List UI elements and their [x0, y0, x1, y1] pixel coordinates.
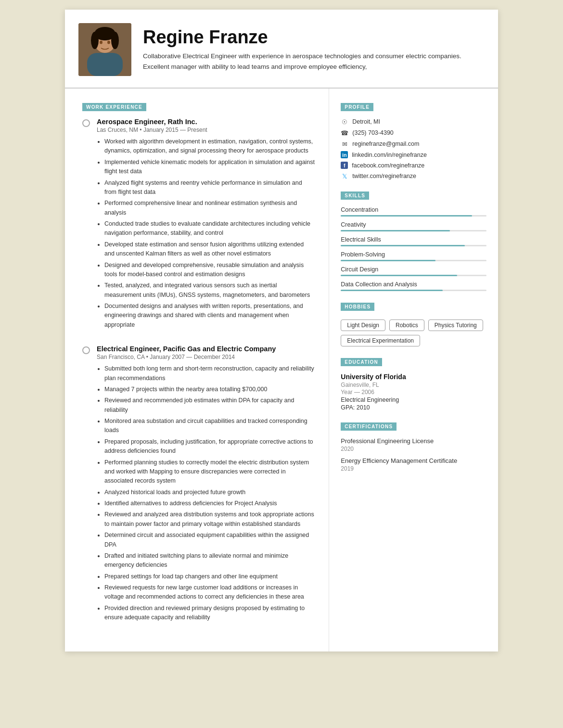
bullet: Tested, analyzed, and integrated various… [104, 281, 315, 300]
bullet: Reviewed requests for new large customer… [104, 583, 315, 602]
bullet: Analyzed flight systems and reentry vehi… [104, 179, 315, 197]
edu-location: Gainesville, FL [341, 382, 486, 388]
email-icon: ✉ [341, 140, 348, 148]
edu-gpa: GPA: 2010 [341, 404, 486, 411]
skill-bar-fill-6 [341, 290, 443, 291]
avatar [78, 23, 131, 76]
skill-bar-bg-4 [341, 260, 486, 261]
bullet: Reviewed and analyzed area distribution … [104, 510, 315, 529]
skill-bar-fill-4 [341, 260, 435, 261]
skill-name-2: Creativity [341, 221, 486, 228]
skill-name-6: Data Collection and Analysis [341, 281, 486, 288]
header-text-block: Regine Franze Collaborative Electrical E… [143, 27, 481, 72]
bullet: Prepared settings for load tap changers … [104, 572, 315, 581]
hobby-tag-1: Light Design [341, 319, 385, 331]
svg-point-3 [91, 32, 99, 49]
hobby-tag-3: Physics Tutoring [428, 319, 483, 331]
job-content-1: Aerospace Engineer, Rath Inc. Las Cruces… [97, 118, 315, 332]
profile-email-text: reginefranze@gmail.com [352, 140, 419, 147]
profile-facebook: f facebook.com/reginefranze [341, 162, 486, 169]
job-entry-2: Electrical Engineer, Pacific Gas and Ele… [82, 345, 315, 624]
skill-name-3: Electrical Skills [341, 236, 486, 243]
job-content-2: Electrical Engineer, Pacific Gas and Ele… [97, 345, 315, 624]
bullet: Performed planning studies to correctly … [104, 458, 315, 486]
bullet: Performed comprehensive linear and nonli… [104, 199, 315, 217]
profile-location-text: Detroit, MI [352, 118, 380, 125]
skill-row-5: Circuit Design [341, 266, 486, 276]
skill-bar-fill-3 [341, 245, 464, 246]
resume-document: Regine Franze Collaborative Electrical E… [65, 10, 498, 651]
cert-year-2: 2019 [341, 465, 486, 472]
job-title-2: Electrical Engineer, Pacific Gas and Ele… [97, 345, 315, 353]
profile-facebook-text: facebook.com/reginefranze [352, 162, 424, 169]
bullet: Developed state estimation and sensor fu… [104, 240, 315, 259]
bullet: Implemented vehicle kinematic models for… [104, 158, 315, 177]
left-column: WORK EXPERIENCE Aerospace Engineer, Rath… [65, 89, 329, 651]
bullet: Worked with algorithm development in est… [104, 137, 315, 156]
skills-label: SKILLS [341, 192, 369, 200]
linkedin-icon: in [341, 151, 348, 158]
phone-icon: ☎ [341, 129, 348, 137]
hobbies-label: HOBBIES [341, 303, 374, 311]
job-circle-1 [82, 119, 90, 127]
bullet: Drafted and initiated switching plans to… [104, 551, 315, 570]
job-meta-2: San Francisco, CA • January 2007 — Decem… [97, 354, 315, 360]
bullet: Documented designs and analyses with wri… [104, 302, 315, 330]
bullet: Prepared proposals, including justificat… [104, 437, 315, 456]
bullet: Conducted trade studies to evaluate cand… [104, 219, 315, 238]
skill-bar-bg-1 [341, 215, 486, 217]
right-column: PROFILE ☉ Detroit, MI ☎ (325) 703-4390 ✉… [329, 89, 498, 651]
work-experience-label: WORK EXPERIENCE [82, 103, 146, 111]
profile-linkedin: in linkedin.com/in/reginefranze [341, 151, 486, 158]
svg-rect-5 [87, 53, 123, 76]
skill-bar-fill-1 [341, 215, 472, 217]
skill-row-3: Electrical Skills [341, 236, 486, 246]
edu-year: Year — 2006 [341, 389, 486, 396]
skill-row-2: Creativity [341, 221, 486, 231]
profile-phone-text: (325) 703-4390 [352, 129, 393, 136]
skill-name-1: Concentration [341, 206, 486, 213]
bullet: Reviewed and recommended job estimates w… [104, 396, 315, 415]
skill-bar-bg-2 [341, 230, 486, 231]
job-entry-1: Aerospace Engineer, Rath Inc. Las Cruces… [82, 118, 315, 332]
skill-bar-bg-6 [341, 290, 486, 291]
education-label: EDUCATION [341, 358, 382, 366]
skill-bar-bg-5 [341, 275, 486, 276]
hobbies-section: HOBBIES Light Design Robotics Physics Tu… [341, 302, 486, 346]
bullet: Submitted both long term and short-term … [104, 364, 315, 383]
job-title-1: Aerospace Engineer, Rath Inc. [97, 118, 315, 126]
main-content: WORK EXPERIENCE Aerospace Engineer, Rath… [65, 89, 498, 651]
work-experience-section: WORK EXPERIENCE Aerospace Engineer, Rath… [82, 102, 315, 625]
bullet: Identified alternatives to address defic… [104, 499, 315, 508]
facebook-icon: f [341, 162, 348, 169]
skill-bar-fill-5 [341, 275, 457, 276]
hobby-tags: Light Design Robotics Physics Tutoring E… [341, 319, 486, 346]
skill-row-6: Data Collection and Analysis [341, 281, 486, 291]
svg-point-7 [107, 41, 110, 44]
job-meta-1: Las Cruces, NM • January 2015 — Present [97, 127, 315, 133]
profile-email: ✉ reginefranze@gmail.com [341, 140, 486, 148]
profile-twitter-text: twitter.com/reginefranze [352, 173, 416, 179]
cert-name-2: Energy Efficiency Management Certificate [341, 457, 486, 464]
svg-point-6 [100, 41, 102, 44]
hobby-tag-4: Electrical Experimentation [341, 335, 420, 346]
resume-header: Regine Franze Collaborative Electrical E… [65, 10, 498, 89]
candidate-name: Regine Franze [143, 27, 481, 48]
skill-row-4: Problem-Solving [341, 251, 486, 261]
svg-point-4 [111, 32, 119, 49]
education-section: EDUCATION University of Florida Gainesvi… [341, 357, 486, 411]
bullet: Monitored area substation and circuit ca… [104, 417, 315, 435]
bullet: Provided direction and reviewed primary … [104, 604, 315, 623]
certifications-section: CERTIFICATIONS Professional Engineering … [341, 421, 486, 472]
job-circle-2 [82, 346, 90, 354]
job-bullets-2: Submitted both long term and short-term … [97, 364, 315, 622]
skill-name-4: Problem-Solving [341, 251, 486, 258]
bullet: Determined circuit and associated equipm… [104, 531, 315, 549]
skills-section: SKILLS Concentration Creativity Electric… [341, 191, 486, 291]
profile-twitter: 𝕏 twitter.com/reginefranze [341, 172, 486, 180]
profile-section: PROFILE ☉ Detroit, MI ☎ (325) 703-4390 ✉… [341, 102, 486, 180]
bullet: Designed and developed comprehensive, re… [104, 261, 315, 280]
edu-field: Electrical Engineering [341, 396, 486, 403]
job-bullets-1: Worked with algorithm development in est… [97, 137, 315, 330]
profile-location: ☉ Detroit, MI [341, 118, 486, 126]
